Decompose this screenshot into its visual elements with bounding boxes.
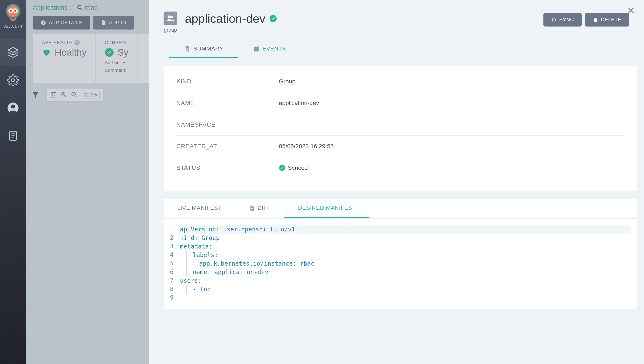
summary-created: 05/05/2023 16:29:55 bbox=[279, 143, 334, 150]
line-gutter: 123456789 bbox=[170, 225, 179, 302]
synced-icon bbox=[269, 15, 277, 23]
summary-status: Synced bbox=[279, 164, 308, 171]
resource-type-label: group bbox=[164, 27, 177, 33]
calendar-icon bbox=[253, 46, 260, 52]
diff-icon bbox=[249, 205, 255, 211]
nav-user[interactable] bbox=[0, 94, 26, 122]
manifest-card: LIVE MANIFEST DIFF DESIRED MANIFEST 1234… bbox=[164, 199, 637, 309]
version-label: v2.3.174 bbox=[4, 24, 22, 29]
group-icon bbox=[164, 12, 177, 25]
summary-name: application-dev bbox=[279, 100, 319, 106]
resource-title: application-dev bbox=[185, 12, 266, 26]
app-sidebar: v2.3.174 bbox=[0, 0, 26, 364]
check-circle-icon bbox=[279, 165, 285, 171]
tab-live-manifest[interactable]: LIVE MANIFEST bbox=[164, 199, 235, 218]
svg-point-30 bbox=[171, 16, 174, 19]
document-icon bbox=[184, 46, 190, 52]
resource-panel: group application-dev SYNC DELETE bbox=[148, 0, 644, 364]
nav-docs[interactable] bbox=[0, 122, 26, 150]
delete-button[interactable]: DELETE bbox=[585, 13, 629, 27]
svg-point-6 bbox=[12, 79, 14, 82]
svg-point-4 bbox=[10, 10, 12, 12]
nav-settings[interactable] bbox=[0, 66, 26, 94]
svg-point-29 bbox=[168, 16, 171, 18]
argo-logo bbox=[4, 3, 23, 22]
nav-applications[interactable] bbox=[0, 39, 26, 66]
manifest-editor[interactable]: 123456789 apiVersion: user.openshift.io/… bbox=[164, 219, 637, 305]
sync-button[interactable]: SYNC bbox=[544, 13, 582, 27]
tab-diff[interactable]: DIFF bbox=[235, 199, 284, 218]
svg-rect-32 bbox=[254, 47, 259, 51]
tab-events[interactable]: EVENTS bbox=[238, 39, 301, 58]
svg-point-8 bbox=[11, 105, 15, 109]
summary-card: KINDGroup NAMEapplication-dev NAMESPACE … bbox=[164, 66, 637, 192]
svg-point-5 bbox=[14, 10, 16, 12]
refresh-icon bbox=[551, 17, 557, 23]
tab-desired-manifest[interactable]: DESIRED MANIFEST bbox=[284, 199, 370, 218]
summary-kind: Group bbox=[279, 78, 296, 85]
trash-icon bbox=[593, 17, 598, 23]
tab-summary[interactable]: SUMMARY bbox=[169, 39, 238, 58]
